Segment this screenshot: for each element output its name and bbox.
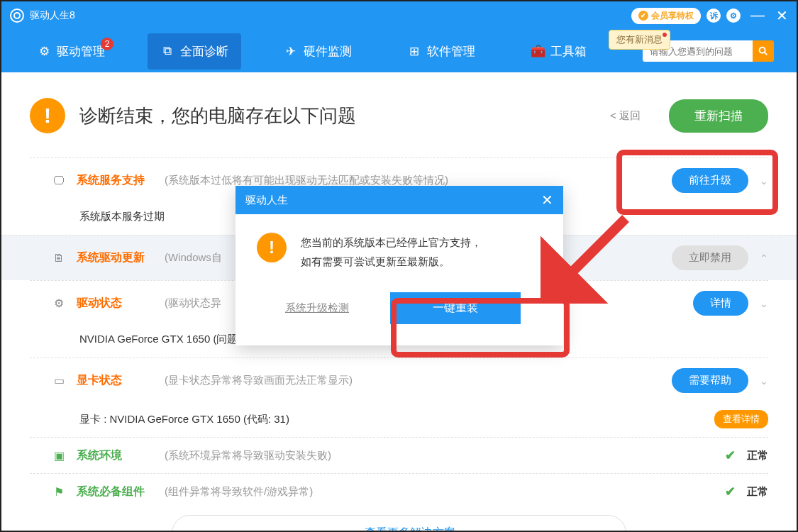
close-button[interactable]: ✕ bbox=[776, 7, 788, 24]
details-button[interactable]: 详情 bbox=[693, 291, 748, 316]
row-gpu-detail: 显卡 : NVIDIA GeForce GTX 1650 (代码: 31) 查看… bbox=[30, 403, 768, 437]
row-label: 驱动状态 bbox=[77, 296, 155, 311]
new-message-text: 您有新消息 bbox=[616, 34, 663, 45]
back-link[interactable]: < 返回 bbox=[610, 109, 641, 123]
gpu-detail-text: 显卡 : NVIDIA GeForce GTX 1650 (代码: 31) bbox=[79, 413, 706, 426]
chevron-down-icon[interactable]: ⌄ bbox=[760, 175, 768, 187]
row-desc: (组件异常将导致软件/游戏异常) bbox=[165, 485, 715, 499]
card-icon: ▭ bbox=[51, 373, 67, 389]
nav-label: 工具箱 bbox=[550, 43, 587, 60]
notify-icon[interactable]: 诉 bbox=[706, 9, 721, 23]
app-title: 驱动人生8 bbox=[30, 9, 75, 22]
disable-button[interactable]: 立即禁用 bbox=[672, 245, 748, 270]
settings-icon[interactable]: ⚙ bbox=[726, 9, 741, 23]
one-click-reinstall-button[interactable]: 一键重装 bbox=[390, 292, 521, 324]
view-details-badge[interactable]: 查看详情 bbox=[714, 410, 768, 428]
notification-dot-icon bbox=[663, 33, 667, 37]
file-icon: 🗎 bbox=[51, 250, 67, 266]
double-chevron-down-icon: ⌄⌄ bbox=[343, 526, 361, 531]
warning-icon: ! bbox=[30, 98, 65, 133]
status-text: 正常 bbox=[747, 449, 768, 462]
heartbeat-icon: ⧉ bbox=[160, 44, 174, 58]
diagnosis-header: ! 诊断结束，您的电脑存在以下问题 < 返回 重新扫描 bbox=[30, 98, 768, 133]
gear-icon: ⚙ bbox=[51, 296, 67, 311]
nav-label: 软件管理 bbox=[427, 43, 475, 60]
nav-software-management[interactable]: ⊞ 软件管理 bbox=[394, 33, 488, 70]
row-label: 系统环境 bbox=[77, 448, 155, 463]
badge-count: 2 bbox=[101, 38, 113, 50]
nav-label: 全面诊断 bbox=[180, 43, 228, 60]
system-upgrade-check-link[interactable]: 系统升级检测 bbox=[285, 301, 349, 315]
main-nav: ⚙ 驱动管理 2 ⧉ 全面诊断 ✈ 硬件监测 ⊞ 软件管理 🧰 工具箱 bbox=[1, 30, 797, 72]
check-icon: ✔ bbox=[725, 448, 736, 463]
vip-badge[interactable]: 会员享特权 bbox=[631, 8, 701, 24]
row-label: 系统服务支持 bbox=[77, 173, 155, 188]
nav-label: 驱动管理 bbox=[57, 43, 105, 60]
chevron-down-icon[interactable]: ⌄ bbox=[760, 298, 768, 309]
row-desc: (系统环境异常将导致驱动安装失败) bbox=[165, 449, 715, 462]
nav-full-diagnosis[interactable]: ⧉ 全面诊断 bbox=[148, 33, 241, 70]
nav-hardware-monitor[interactable]: ✈ 硬件监测 bbox=[271, 33, 365, 70]
nav-driver-management[interactable]: ⚙ 驱动管理 2 bbox=[24, 33, 118, 70]
upgrade-dialog: 驱动人生 ✕ ! 您当前的系统版本已经停止官方支持， 如有需要可尝试更新至最新版… bbox=[235, 186, 563, 345]
row-label: 显卡状态 bbox=[77, 373, 155, 388]
puzzle-icon: ⚑ bbox=[51, 484, 67, 499]
status-text: 正常 bbox=[747, 485, 768, 499]
dialog-header: 驱动人生 ✕ bbox=[235, 186, 563, 214]
dialog-title: 驱动人生 bbox=[245, 194, 288, 207]
gear-icon: ⚙ bbox=[37, 44, 51, 58]
window-icon: ▣ bbox=[51, 448, 67, 463]
svg-line-1 bbox=[765, 52, 767, 55]
new-message-bubble[interactable]: 您有新消息 bbox=[609, 30, 670, 50]
apps-icon: ⊞ bbox=[407, 44, 421, 58]
dialog-message: 您当前的系统版本已经停止官方支持， 如有需要可尝试更新至最新版。 bbox=[301, 233, 482, 271]
row-gpu-status: ▭ 显卡状态 (显卡状态异常将导致画面无法正常显示) 需要帮助 ⌄ bbox=[30, 358, 768, 403]
more-text: 查看更多解决方案 bbox=[365, 526, 455, 531]
dialog-close-button[interactable]: ✕ bbox=[541, 192, 553, 209]
nav-toolbox[interactable]: 🧰 工具箱 bbox=[518, 33, 599, 70]
more-solutions-button[interactable]: ⌄⌄ 查看更多解决方案 bbox=[172, 515, 626, 531]
nav-label: 硬件监测 bbox=[304, 43, 352, 60]
titlebar: 驱动人生8 会员享特权 诉 ⚙ — ✕ bbox=[1, 1, 797, 30]
chevron-down-icon[interactable]: ⌄ bbox=[760, 375, 768, 387]
monitor-icon: 🖵 bbox=[51, 173, 67, 189]
diagnosis-title: 诊断结束，您的电脑存在以下问题 bbox=[79, 104, 596, 128]
svg-point-0 bbox=[760, 48, 765, 53]
app-logo-icon bbox=[10, 9, 24, 23]
help-button[interactable]: 需要帮助 bbox=[672, 368, 748, 393]
upgrade-button[interactable]: 前往升级 bbox=[672, 168, 748, 193]
check-icon: ✔ bbox=[725, 484, 736, 499]
warning-icon: ! bbox=[257, 233, 287, 262]
row-label: 系统必备组件 bbox=[77, 484, 155, 499]
search-button[interactable] bbox=[753, 40, 774, 62]
row-system-env: ▣ 系统环境 (系统环境异常将导致驱动安装失败) ✔ 正常 bbox=[30, 437, 768, 473]
rocket-icon: ✈ bbox=[284, 44, 298, 58]
chevron-up-icon[interactable]: ⌃ bbox=[760, 253, 768, 264]
toolbox-icon: 🧰 bbox=[531, 44, 545, 58]
row-desc: (显卡状态异常将导致画面无法正常显示) bbox=[165, 374, 662, 387]
rescan-button[interactable]: 重新扫描 bbox=[669, 99, 768, 133]
row-label: 系统驱动更新 bbox=[77, 250, 155, 265]
magnifier-icon bbox=[758, 45, 769, 57]
row-components: ⚑ 系统必备组件 (组件异常将导致软件/游戏异常) ✔ 正常 bbox=[30, 473, 768, 509]
minimize-button[interactable]: — bbox=[750, 7, 765, 24]
